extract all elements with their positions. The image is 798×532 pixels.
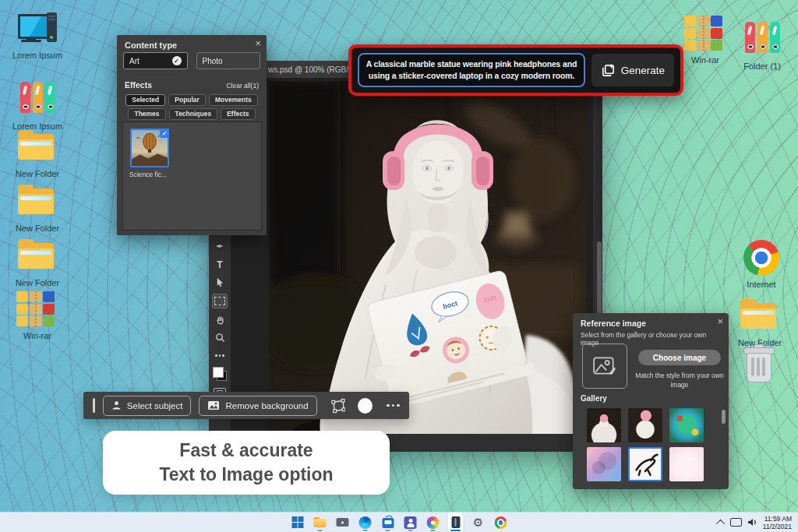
tag-movements[interactable]: Movements: [209, 94, 258, 106]
color-swatches[interactable]: [213, 367, 227, 381]
tag-techniques[interactable]: Techniques: [169, 108, 218, 120]
gallery-thumb-statue-with-headphones[interactable]: [587, 408, 621, 442]
image-icon: [207, 400, 220, 410]
binders-icon: [741, 19, 783, 59]
camera-icon: [337, 518, 349, 527]
taskbar-chrome[interactable]: [493, 513, 509, 532]
content-type-title: Content type: [125, 41, 177, 50]
teams-icon: [404, 516, 417, 529]
desktop-icon-label: Lorem Ipsum: [5, 51, 70, 60]
generate-icon: [601, 63, 616, 78]
close-icon[interactable]: ×: [717, 316, 723, 326]
document-tab-title: ws.psd @ 100% (RGB/8) *: [268, 65, 361, 74]
desktop-icon-internet[interactable]: Internet: [729, 240, 794, 289]
contextual-task-bar: Select subject Remove background: [83, 392, 409, 419]
effects-label: Effects: [125, 80, 152, 90]
choose-image-label: Choose image: [653, 354, 706, 362]
desktop-icon-folder-1[interactable]: Folder (1): [729, 19, 795, 71]
taskbar-clock[interactable]: 11:59 AM 11/2/2021: [763, 515, 792, 530]
desktop-icon-new-folder-3[interactable]: New Folder: [5, 238, 70, 287]
caption-line-1: Fast & accurate: [179, 439, 312, 463]
desktop: Lorem Ipsum Lorem Ipsum New Folder New F…: [0, 0, 798, 532]
desktop-icon-computer[interactable]: Lorem Ipsum: [5, 11, 70, 60]
windows-taskbar: ⚙ 11:59 AM 11/2/2021: [0, 512, 798, 532]
pen-tool-icon[interactable]: ✒: [213, 240, 227, 253]
tag-selected[interactable]: Selected: [125, 94, 165, 106]
drag-handle[interactable]: [93, 398, 95, 413]
taskbar-edge[interactable]: [358, 513, 373, 532]
desktop-icon-new-folder-1[interactable]: New Folder: [5, 129, 70, 178]
more-tools-icon[interactable]: [213, 349, 227, 362]
desktop-icon-new-folder-2[interactable]: New Folder: [5, 184, 70, 233]
taskbar-photo-editor-active[interactable]: [448, 513, 464, 532]
photo-editor-icon: [451, 516, 460, 528]
start-button[interactable]: [290, 513, 305, 532]
chrome-icon: [495, 516, 507, 529]
select-tool-icon[interactable]: [213, 276, 227, 289]
photo-label: Photo: [203, 57, 223, 65]
effect-thumbnail-science-fiction[interactable]: ✓: [130, 129, 169, 167]
gallery-thumb-green-abstract[interactable]: [669, 408, 704, 442]
gallery-thumb-pink-blue-splash[interactable]: [587, 447, 621, 481]
hand-tool-icon[interactable]: [213, 313, 227, 326]
taskbar-paint-app[interactable]: [425, 513, 441, 532]
remove-background-button[interactable]: Remove background: [199, 396, 316, 416]
tag-effects[interactable]: Effects: [221, 108, 255, 120]
desktop-icon-new-folder-right[interactable]: New Folder: [727, 298, 793, 347]
desktop-icon-winrar[interactable]: Win-rar: [5, 291, 70, 340]
clock-date: 11/2/2021: [763, 523, 792, 530]
check-icon: ✓: [172, 56, 182, 65]
tray-volume-icon[interactable]: [747, 518, 757, 527]
gallery-label: Gallery: [581, 394, 607, 403]
select-subject-button[interactable]: Select subject: [103, 396, 192, 416]
folder-icon: [16, 238, 58, 276]
more-options-icon[interactable]: [387, 404, 400, 407]
file-explorer-icon: [314, 517, 327, 527]
reference-image-panel: Reference image × Select from the galler…: [573, 313, 729, 489]
desktop-icon-binders[interactable]: Lorem Ipsum: [5, 79, 70, 131]
tag-themes[interactable]: Themes: [128, 108, 165, 120]
desktop-icon-recycle-bin[interactable]: [729, 343, 794, 380]
tag-popular[interactable]: Popular: [168, 94, 206, 106]
reference-image-dropzone[interactable]: [582, 344, 627, 389]
prompt-input[interactable]: A classical marble statue wearing pink h…: [358, 53, 585, 87]
reference-image-title: Reference image: [581, 319, 646, 328]
clear-all-link[interactable]: Clear all(1): [226, 82, 259, 90]
marketing-caption: Fast & accurate Text to Image option: [103, 431, 390, 495]
desktop-icon-label: New Folder: [5, 278, 70, 287]
recycle-bin-icon: [740, 343, 782, 380]
winrar-icon: [684, 16, 726, 53]
folder-icon: [16, 184, 58, 221]
generate-button[interactable]: Generate: [591, 54, 674, 86]
desktop-icon-label: New Folder: [5, 224, 70, 233]
taskbar-file-explorer[interactable]: [312, 513, 328, 532]
content-type-art-button[interactable]: Art ✓: [123, 52, 188, 69]
taskbar-camera[interactable]: [335, 513, 351, 532]
taskbar-store[interactable]: [380, 513, 396, 532]
prompt-text: A classical marble statue wearing pink h…: [363, 58, 580, 82]
tray-chevron-up-icon[interactable]: [716, 519, 725, 527]
choose-image-button[interactable]: Choose image: [638, 350, 721, 365]
transform-icon[interactable]: [330, 398, 346, 414]
content-type-photo-button[interactable]: Photo: [196, 52, 261, 69]
tray-network-icon[interactable]: [730, 518, 742, 527]
rectangle-marquee-tool-icon[interactable]: [212, 294, 228, 308]
document-canvas[interactable]: boct 3130: [231, 78, 593, 434]
selected-check-badge: ✓: [160, 129, 169, 138]
person-icon: [111, 400, 122, 410]
taskbar-teams[interactable]: [403, 513, 418, 532]
taskbar-settings[interactable]: ⚙: [471, 513, 486, 532]
type-tool-icon[interactable]: T: [213, 258, 227, 271]
gallery-thumb-ink-horse[interactable]: [628, 447, 662, 481]
settings-gear-icon: ⚙: [473, 516, 483, 528]
match-style-text: Match the style from your own image: [635, 371, 724, 389]
color-dot[interactable]: [358, 398, 373, 414]
select-subject-label: Select subject: [127, 401, 183, 410]
gallery-thumb-statue-closeup[interactable]: [628, 408, 662, 442]
zoom-tool-icon[interactable]: [213, 331, 227, 344]
content-type-panel: Content type × Art ✓ Photo Effects Clear…: [117, 35, 267, 235]
edge-icon: [359, 516, 372, 529]
gallery-thumb-pink-flower[interactable]: [669, 447, 704, 481]
close-icon[interactable]: ×: [255, 38, 261, 48]
gallery-scrollbar[interactable]: [722, 410, 726, 424]
